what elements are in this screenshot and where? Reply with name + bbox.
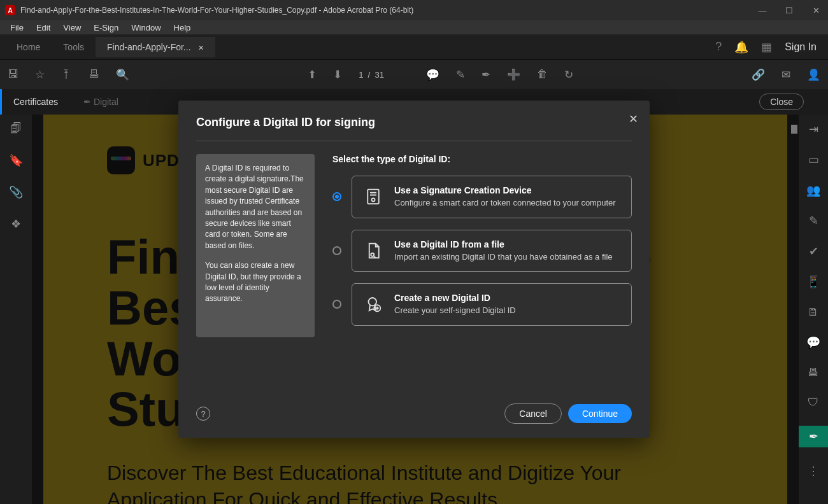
info-paragraph-2: You can also create a new Digital ID, bu… <box>205 260 306 305</box>
mail-icon[interactable]: ✉ <box>782 68 790 81</box>
draw-icon[interactable]: ✎ <box>809 214 818 228</box>
page-up-icon[interactable]: ⬆ <box>308 68 317 81</box>
link-icon[interactable]: 🔗 <box>752 68 765 81</box>
dialog-info-panel: A Digital ID is required to create a dig… <box>196 154 315 337</box>
option-1-desc: Configure a smart card or token connecte… <box>394 197 616 209</box>
option-3-radio[interactable] <box>332 300 341 309</box>
total-pages: 31 <box>375 70 383 80</box>
thumbnails-icon[interactable]: 🗐 <box>10 122 22 136</box>
apps-icon[interactable]: ▦ <box>761 40 772 54</box>
select-type-label: Select the type of Digital ID: <box>332 154 632 164</box>
more-icon[interactable]: ⋮ <box>808 464 819 478</box>
sign-in-link[interactable]: Sign In <box>785 41 817 53</box>
save-icon[interactable]: 🖫 <box>8 68 18 81</box>
option-3-title: Create a new Digital ID <box>394 293 516 303</box>
badge-plus-icon <box>364 295 383 314</box>
mobile-icon[interactable]: 📱 <box>806 275 820 289</box>
edit-icon[interactable]: ▭ <box>808 153 819 167</box>
tab-close-icon[interactable]: ✕ <box>198 44 204 52</box>
search-icon[interactable]: 🔍 <box>116 68 129 81</box>
print-icon[interactable]: 🖶 <box>89 68 99 81</box>
tab-tools[interactable]: Tools <box>52 37 96 57</box>
cloud-upload-icon[interactable]: ⭱ <box>61 68 72 81</box>
dialog-title: Configure a Digital ID for signing <box>196 116 632 129</box>
menu-file[interactable]: File <box>4 23 30 32</box>
menu-view[interactable]: View <box>57 23 87 32</box>
sign-icon[interactable]: ✒ <box>482 68 490 81</box>
shield-icon[interactable]: 🛡 <box>808 396 819 409</box>
left-nav-rail: 🗐 🔖 📎 ❖ <box>0 115 32 504</box>
option-2-title: Use a Digital ID from a file <box>394 239 613 249</box>
dialog-close-button[interactable]: ✕ <box>629 112 638 126</box>
option-create-new[interactable]: Create a new Digital ID Create your self… <box>352 283 632 326</box>
menu-edit[interactable]: Edit <box>30 23 57 32</box>
certificates-tool-icon[interactable]: ✒ <box>799 426 828 447</box>
copy-icon[interactable]: 🗎 <box>808 305 819 319</box>
info-paragraph-1: A Digital ID is required to create a dig… <box>205 163 306 251</box>
maximize-button[interactable]: ☐ <box>785 6 794 15</box>
file-id-icon <box>364 241 383 260</box>
svg-point-2 <box>371 253 374 256</box>
main-toolbar: 🖫 ☆ ⭱ 🖶 🔍 ⬆ ⬇ 1 / 31 💬 ✎ ✒ ➕ 🗑 ↻ 🔗 ✉ 👤 <box>0 60 828 89</box>
menu-window[interactable]: Window <box>125 23 167 32</box>
app-icon: A <box>5 5 15 15</box>
attachment-icon[interactable]: 📎 <box>9 185 23 199</box>
export-icon[interactable]: ⇥ <box>809 122 818 136</box>
tab-home-label: Home <box>17 42 40 52</box>
configure-digital-id-dialog: Configure a Digital ID for signing ✕ A D… <box>178 101 650 438</box>
option-from-file[interactable]: Use a Digital ID from a file Import an e… <box>352 230 632 272</box>
option-2-desc: Import an existing Digital ID that you h… <box>394 251 613 263</box>
certificates-label: Certificates <box>13 97 58 107</box>
continue-button[interactable]: Continue <box>568 404 632 423</box>
close-window-button[interactable]: ✕ <box>811 6 820 15</box>
layers-icon[interactable]: ❖ <box>11 217 21 231</box>
print2-icon[interactable]: 🖶 <box>808 366 819 379</box>
highlight-icon[interactable]: ✎ <box>456 68 465 81</box>
chat-icon[interactable]: 💬 <box>806 335 820 349</box>
page-down-icon[interactable]: ⬇ <box>333 68 342 81</box>
dialog-help-button[interactable]: ? <box>196 407 210 421</box>
rotate-icon[interactable]: ↻ <box>564 68 573 81</box>
notification-icon[interactable]: 🔔 <box>734 40 748 54</box>
minimize-button[interactable]: — <box>758 6 767 15</box>
page-number[interactable]: 1 / 31 <box>359 70 384 80</box>
smartcard-icon <box>364 187 383 206</box>
tab-tools-label: Tools <box>63 42 84 52</box>
delete-icon[interactable]: 🗑 <box>537 68 548 81</box>
svg-point-3 <box>369 298 377 306</box>
updf-logo-icon <box>107 146 135 174</box>
tab-document[interactable]: Find-and-Apply-For... ✕ <box>96 37 215 57</box>
menu-help[interactable]: Help <box>168 23 197 32</box>
star-icon[interactable]: ☆ <box>35 68 45 81</box>
menu-esign[interactable]: E-Sign <box>87 23 125 32</box>
tab-strip: Home Tools Find-and-Apply-For... ✕ ? 🔔 ▦… <box>0 34 828 60</box>
window-titlebar: A Find-and-Apply-For-the-Best-Institutes… <box>0 0 828 20</box>
people-icon[interactable]: 👥 <box>806 183 820 197</box>
help-icon[interactable]: ? <box>715 40 722 53</box>
scrollbar-thumb[interactable] <box>791 125 797 134</box>
right-tools-rail: ⇥ ▭ 👥 ✎ ✔ 📱 🗎 💬 🖶 🛡 ✒ ⋮ <box>799 115 828 504</box>
menu-bar: File Edit View E-Sign Window Help <box>0 20 828 34</box>
bookmark-icon[interactable]: 🔖 <box>9 153 23 167</box>
option-signature-device[interactable]: Use a Signature Creation Device Configur… <box>352 176 632 218</box>
comment-icon[interactable]: 💬 <box>426 68 439 81</box>
window-title: Find-and-Apply-For-the-Best-Institutes-I… <box>20 6 758 15</box>
option-1-radio[interactable] <box>332 192 341 201</box>
close-subbar-button[interactable]: Close <box>759 94 804 110</box>
profile-icon[interactable]: 👤 <box>807 68 820 81</box>
option-1-title: Use a Signature Creation Device <box>394 185 616 195</box>
svg-point-1 <box>372 199 375 202</box>
digitally-sign-tool[interactable]: ✒ Digital <box>83 97 118 107</box>
tab-document-label: Find-and-Apply-For... <box>107 42 191 52</box>
tab-home[interactable]: Home <box>5 37 52 57</box>
page-subtitle: Discover The Best Educational Institute … <box>107 460 724 504</box>
current-page: 1 <box>359 70 363 80</box>
stamp-icon[interactable]: ➕ <box>507 68 520 81</box>
option-3-desc: Create your self-signed Digital ID <box>394 305 516 316</box>
cancel-button[interactable]: Cancel <box>504 403 562 424</box>
option-2-radio[interactable] <box>332 246 341 255</box>
fill-sign-icon[interactable]: ✔ <box>809 244 818 258</box>
